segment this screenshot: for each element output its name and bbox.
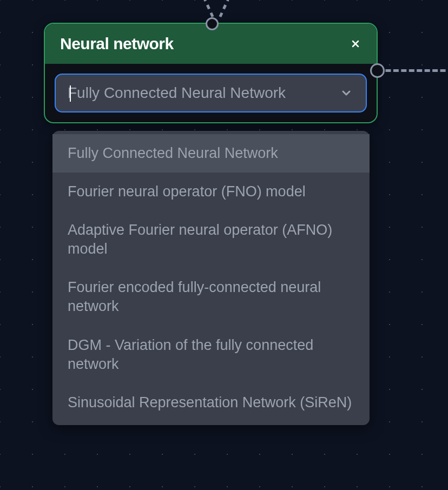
dropdown-option[interactable]: Adaptive Fourier neural operator (AFNO) … <box>52 211 370 268</box>
neural-network-node[interactable]: Neural network Fully Connected Neural Ne… <box>44 23 378 123</box>
node-body: Fully Connected Neural Network <box>45 64 377 122</box>
dropdown-option[interactable]: Fourier encoded fully-connected neural n… <box>52 268 370 326</box>
network-type-combobox[interactable]: Fully Connected Neural Network <box>55 74 367 112</box>
node-connector-top[interactable] <box>206 17 219 30</box>
dropdown-option[interactable]: Fully Connected Neural Network <box>52 134 370 173</box>
node-connector-right[interactable] <box>370 63 385 78</box>
chevron-down-icon[interactable] <box>339 85 354 101</box>
text-cursor <box>70 85 71 102</box>
network-type-dropdown: Fully Connected Neural NetworkFourier ne… <box>52 131 370 425</box>
connection-line-right <box>378 69 448 72</box>
dropdown-option[interactable]: Sinusoidal Representation Network (SiReN… <box>52 383 370 422</box>
combobox-placeholder: Fully Connected Neural Network <box>68 84 286 102</box>
close-icon <box>350 38 361 49</box>
node-title: Neural network <box>60 35 174 53</box>
close-button[interactable] <box>350 38 361 50</box>
dropdown-option[interactable]: Fourier neural operator (FNO) model <box>52 173 370 211</box>
dropdown-option[interactable]: DGM - Variation of the fully connected n… <box>52 326 370 383</box>
